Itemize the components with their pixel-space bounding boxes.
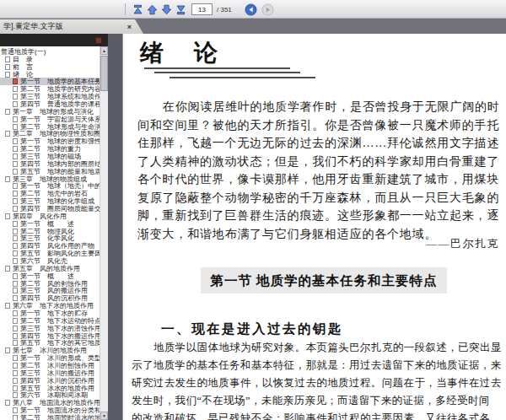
toc-item[interactable]: 普通地质学(一) [0,48,100,56]
quote-line: 脚，重新找到了巨兽群生活的痕迹。这些形象都一一站立起来，逐 [137,207,505,225]
page-number-input[interactable] [191,3,213,15]
toc-item[interactable]: 第二节 地质学的研究内容 [0,85,100,93]
toc-item-label: 第二节 地下水运动的特点 [20,317,100,325]
toc-item-label: 第一节 地球的密度和弹性 [20,137,100,145]
history-forward-button[interactable] [261,3,275,16]
toc-item[interactable]: 第四章 风化作用 [0,213,100,220]
toc-item-label: 第一章 地球的形成与演化 [13,108,94,116]
previous-page-button[interactable] [145,3,159,16]
toc-item[interactable]: 第五节 冰水的地质作用 [0,385,100,392]
quote-line: 住那样，飞越一个无边无际的过去的深渊……拜伦诚然用文字描述 [137,134,505,153]
body-line: 地质学以固体地球为研究对象。本页篇头巴尔扎克的一段叙述，已突出显 [132,339,506,357]
toc-item[interactable]: 第一节 地下水的贮存 [0,310,100,317]
toc-item[interactable]: 第五节 影响风化的主要因 [0,250,100,257]
toc-item[interactable]: 第四节 普通地质学的课程 [0,100,100,108]
toc-item[interactable]: 第二节 地球形成与生命演 [0,123,100,131]
toc-item[interactable]: 第三节 风的搬运作用 [0,288,100,295]
toc-item[interactable]: 第三节 地下水的潜蚀作用 [0,325,100,332]
toc-item[interactable]: 第六章 地下水的地质作用 [0,302,100,310]
last-page-button[interactable] [174,3,188,16]
document-tab[interactable]: 学].黄定华.文字版 × [0,19,143,34]
toolbar-separator [125,3,126,15]
toc-item-label: 第三节 地下水的潜蚀作用 [20,325,100,332]
toc-item[interactable]: 第三节 地球系统和地质作 [0,93,100,100]
page-icon [13,370,18,376]
history-back-button[interactable] [244,3,258,16]
page-icon [13,116,18,122]
toc-item[interactable]: 目 录 [0,56,100,63]
toc-item[interactable]: 前 言 [0,63,100,71]
toc-item[interactable]: 第三节 地球的磁场 [0,153,100,160]
toc-item[interactable]: 第五节 地球的能量和地震 [0,168,100,175]
tab-close-icon[interactable]: × [127,23,132,31]
toc-item[interactable]: 第八章 地面流水的地质作用 [0,399,100,407]
toc-item[interactable]: 第一节 地面流水的分类和 [0,407,100,414]
toc-item-label: 第四节 地下水的搬运作用 [20,332,100,340]
main-area: 普通地质学(一)目 录前 言绪 论第一节 地质学的基本任务第二节 地质学的研究内… [0,34,506,420]
panel-pin-icon[interactable] [95,37,102,44]
toc-item-label: 第二节 物理风化 [20,228,74,235]
toc-item[interactable]: 第三章 地球的物质组成 [0,175,100,183]
page-icon [5,131,10,137]
toc-item[interactable]: 第一节 地球（地壳）中的 [0,182,100,190]
toc-item-label: 绪 论 [13,71,33,78]
page-icon [13,407,18,413]
toc-item[interactable]: 第四节 地下水的搬运作用 [0,332,100,340]
toc-item-label: 第三节 地球的化学组成 [20,197,94,205]
page-icon [13,281,18,287]
toc-item-label: 第一节 地下水的贮存 [20,310,88,317]
toc-tree: 普通地质学(一)目 录前 言绪 论第一节 地质学的基本任务第二节 地质学的研究内… [0,46,100,420]
scroll-down-icon[interactable]: ▼ [100,412,108,420]
toc-item[interactable]: 第二节 地面暂时流水的地 [0,414,100,420]
toc-item[interactable]: 第二节 物理风化 [0,228,100,235]
page-icon [5,57,10,62]
toc-item[interactable]: 第一节 概 述 [0,220,100,228]
toc-item[interactable]: 第一章 地球的形成与演化 [0,108,100,116]
toc-item[interactable]: 第四节 风的沉积作用 [0,294,100,302]
toc-item[interactable]: 第五节 地下水的其它地质 [0,340,100,347]
toc-item[interactable]: 第三节 地球的化学组成 [0,197,100,205]
forward-circle-icon [261,3,274,16]
toc-item[interactable]: 第四节 圈层间物质能量交 [0,205,100,213]
scroll-up-icon[interactable]: ▲ [100,46,108,55]
toc-item[interactable]: 第二节 地下水运动的特点 [0,317,100,325]
toc-item[interactable]: 第四节 冰川的沉积作用 [0,377,100,385]
toc-item[interactable]: 第一节 宇宙起源与天体系 [0,116,100,123]
toc-sidebar: 普通地质学(一)目 录前 言绪 论第一节 地质学的基本任务第二节 地质学的研究内… [0,34,108,420]
scrollbar-track[interactable] [100,91,108,412]
quote-paragraph: 在你阅读居维叶的地质学著作时，是否曾投身于无限广阔的时间和空间里？被他的天才所指… [137,98,505,243]
toc-item[interactable]: 第二节 地球的重力 [0,145,100,153]
first-page-button[interactable] [131,3,145,16]
toc-item-label: 第四节 地球内部的圈层结 [20,160,100,168]
toc-item[interactable]: 第四节 地球内部的圈层结 [0,160,100,168]
page-icon [13,378,18,384]
toc-item[interactable]: 第二章 地球的物理性质和圈 [0,130,100,137]
toc-item[interactable]: 第五章 风的地质作用 [0,265,100,272]
toc-item[interactable]: 第一节 冰川的形成、类型 [0,354,100,362]
toc-item[interactable]: 第一节 地质学的基本任务 [0,78,100,85]
toc-item[interactable]: 第四节 风化作用的产物 [0,242,100,250]
toc-item[interactable]: 第一节 概 述 [0,272,100,280]
toc-item[interactable]: 绪 论 [0,71,100,78]
toc-item[interactable]: 第二节 地壳中的岩石 [0,190,100,197]
page-icon [13,191,18,197]
toc-item-label: 第三节 冰川的搬运作用 [20,369,94,377]
toc-item[interactable]: 第二节 风的剥蚀作用 [0,280,100,288]
toc-item[interactable]: 第七章 冰川的地质作用 [0,347,100,354]
toc-item[interactable]: 第六节 冰期和间冰期 [0,392,100,400]
toc-item-label: 第一节 地球（地壳）中的 [20,182,100,190]
page-icon [13,161,18,167]
toc-item-label: 第一节 冰川的形成、类型 [20,354,100,362]
toc-item[interactable]: 第一节 地球的密度和弹性 [0,137,100,145]
toc-item-label: 第六节 冰期和间冰期 [20,392,88,400]
toc-scrollbar[interactable]: ▲ ▼ [100,46,108,420]
toc-item[interactable]: 第六节 风化壳 [0,257,100,265]
scrollbar-thumb[interactable] [100,56,108,91]
toc-item[interactable]: 第三节 化学风化 [0,234,100,242]
toc-item[interactable]: 第二节 冰川的刨蚀作用 [0,362,100,369]
toc-item[interactable]: 第三节 冰川的搬运作用 [0,369,100,377]
toc-item-label: 第一节 宇宙起源与天体系 [20,116,100,123]
next-page-button[interactable] [159,3,174,16]
page-icon [13,124,18,130]
page-icon [5,176,10,182]
